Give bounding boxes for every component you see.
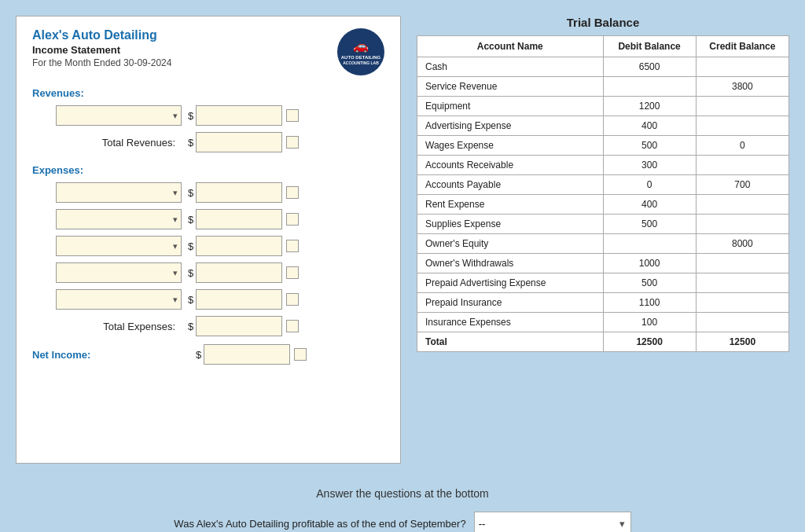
revenue-amount-1[interactable] — [196, 105, 282, 126]
expense-dropdown-wrapper-2[interactable]: Advertising Expense Wages Expense Rent E… — [56, 209, 182, 229]
col-header-credit: Credit Balance — [696, 36, 788, 57]
table-row: Prepaid Advertising Expense 500 — [417, 273, 789, 293]
table-row: Owner's Withdrawals 1000 — [417, 254, 789, 273]
expense-row-1: Advertising Expense Wages Expense Rent E… — [32, 182, 384, 203]
expenses-label: Expenses: — [32, 164, 384, 176]
question-1-dropdown-wrapper[interactable]: -- Yes No — [474, 512, 631, 532]
debit-cell: 500 — [603, 215, 696, 234]
net-income-checkbox[interactable] — [294, 348, 307, 361]
expense-select-4[interactable]: Advertising Expense Wages Expense Rent E… — [56, 262, 182, 283]
trial-balance-panel: Trial Balance Account Name Debit Balance… — [417, 16, 789, 352]
net-income-section: Net Income: $ — [32, 344, 384, 365]
expense-dropdown-wrapper-3[interactable]: Advertising Expense Wages Expense Rent E… — [56, 236, 182, 256]
account-cell: Supplies Expense — [417, 215, 604, 234]
expense-checkbox-2[interactable] — [286, 213, 299, 226]
dollar-sign-e1: $ — [188, 187, 193, 199]
company-name: Alex's Auto Detailing — [32, 28, 171, 42]
expense-amount-3[interactable] — [196, 236, 282, 256]
dollar-sign-e5: $ — [188, 294, 193, 306]
income-statement-panel: Alex's Auto Detailing Income Statement F… — [16, 16, 401, 464]
debit-cell — [603, 234, 696, 254]
company-info: Alex's Auto Detailing Income Statement F… — [32, 28, 171, 68]
col-header-account: Account Name — [417, 36, 604, 57]
debit-cell: 400 — [603, 116, 696, 136]
total-credit-cell: 12500 — [696, 332, 788, 352]
expense-row-3: Advertising Expense Wages Expense Rent E… — [32, 236, 384, 256]
expense-select-2[interactable]: Advertising Expense Wages Expense Rent E… — [56, 209, 182, 229]
table-row: Supplies Expense 500 — [417, 215, 789, 234]
total-revenues-checkbox[interactable] — [286, 136, 299, 149]
credit-cell — [696, 57, 788, 77]
account-cell: Prepaid Insurance — [417, 293, 604, 313]
expense-dropdown-wrapper-4[interactable]: Advertising Expense Wages Expense Rent E… — [56, 262, 182, 283]
table-row: Insurance Expenses 100 — [417, 313, 789, 332]
dollar-sign-tr: $ — [188, 137, 193, 149]
account-cell: Cash — [417, 57, 604, 77]
revenue-select-1[interactable]: Service Revenue — [56, 105, 182, 126]
total-expenses-checkbox[interactable] — [286, 320, 299, 332]
debit-cell: 1100 — [603, 293, 696, 313]
trial-balance-total-row: Total 12500 12500 — [417, 332, 789, 352]
debit-cell: 400 — [603, 195, 696, 215]
table-row: Rent Expense 400 — [417, 195, 789, 215]
credit-cell — [696, 116, 788, 136]
table-row: Owner's Equity 8000 — [417, 234, 789, 254]
bottom-section: Answer the questions at the bottom Was A… — [8, 487, 797, 532]
trial-balance-table: Account Name Debit Balance Credit Balanc… — [417, 35, 789, 352]
net-income-input[interactable] — [204, 344, 290, 365]
dollar-sign-e2: $ — [188, 214, 193, 226]
expense-checkbox-3[interactable] — [286, 240, 299, 252]
expense-row-4: Advertising Expense Wages Expense Rent E… — [32, 262, 384, 283]
expense-amount-5[interactable] — [196, 289, 282, 310]
expense-checkbox-5[interactable] — [286, 293, 299, 306]
expense-amount-1[interactable] — [196, 182, 282, 203]
net-income-row: Net Income: $ — [32, 344, 384, 365]
debit-cell: 500 — [603, 136, 696, 156]
debit-cell: 100 — [603, 313, 696, 332]
table-header-row: Account Name Debit Balance Credit Balanc… — [417, 36, 789, 57]
expense-select-3[interactable]: Advertising Expense Wages Expense Rent E… — [56, 236, 182, 256]
expense-select-5[interactable]: Advertising Expense Wages Expense Rent E… — [56, 289, 182, 310]
total-label-cell: Total — [417, 332, 604, 352]
expense-dropdown-wrapper-1[interactable]: Advertising Expense Wages Expense Rent E… — [56, 182, 182, 203]
dollar-sign-ni: $ — [196, 349, 201, 361]
account-cell: Wages Expense — [417, 136, 604, 156]
expense-dropdown-wrapper-5[interactable]: Advertising Expense Wages Expense Rent E… — [56, 289, 182, 310]
credit-cell: 0 — [696, 136, 788, 156]
table-row: Cash 6500 — [417, 57, 789, 77]
expense-amount-2[interactable] — [196, 209, 282, 229]
credit-cell — [696, 195, 788, 215]
credit-cell — [696, 215, 788, 234]
account-cell: Accounts Receivable — [417, 156, 604, 175]
credit-cell: 8000 — [696, 234, 788, 254]
credit-cell: 3800 — [696, 77, 788, 97]
expense-amount-4[interactable] — [196, 262, 282, 283]
expense-checkbox-4[interactable] — [286, 266, 299, 279]
expense-select-1[interactable]: Advertising Expense Wages Expense Rent E… — [56, 182, 182, 203]
account-cell: Equipment — [417, 97, 604, 116]
total-expenses-input[interactable] — [196, 316, 282, 336]
debit-cell: 6500 — [603, 57, 696, 77]
trial-balance-title: Trial Balance — [417, 16, 789, 29]
table-row: Equipment 1200 — [417, 97, 789, 116]
question-1-row: Was Alex's Auto Detailing profitable as … — [16, 512, 789, 532]
credit-cell — [696, 273, 788, 293]
revenue-dropdown-wrapper-1[interactable]: Service Revenue — [56, 105, 182, 126]
total-debit-cell: 12500 — [603, 332, 696, 352]
account-cell: Insurance Expenses — [417, 313, 604, 332]
col-header-debit: Debit Balance — [603, 36, 696, 57]
net-income-label: Net Income: — [32, 349, 127, 361]
debit-cell: 1000 — [603, 254, 696, 273]
credit-cell — [696, 254, 788, 273]
company-header: Alex's Auto Detailing Income Statement F… — [32, 28, 384, 75]
credit-cell — [696, 313, 788, 332]
credit-cell — [696, 97, 788, 116]
total-revenues-input[interactable] — [196, 132, 282, 152]
revenue-checkbox-1[interactable] — [286, 109, 299, 122]
account-cell: Advertising Expense — [417, 116, 604, 136]
total-expenses-row: Total Expenses: $ — [32, 316, 384, 336]
expense-checkbox-1[interactable] — [286, 186, 299, 199]
debit-cell: 0 — [603, 175, 696, 195]
dollar-sign-e4: $ — [188, 267, 193, 279]
question-1-select[interactable]: -- Yes No — [474, 512, 631, 532]
